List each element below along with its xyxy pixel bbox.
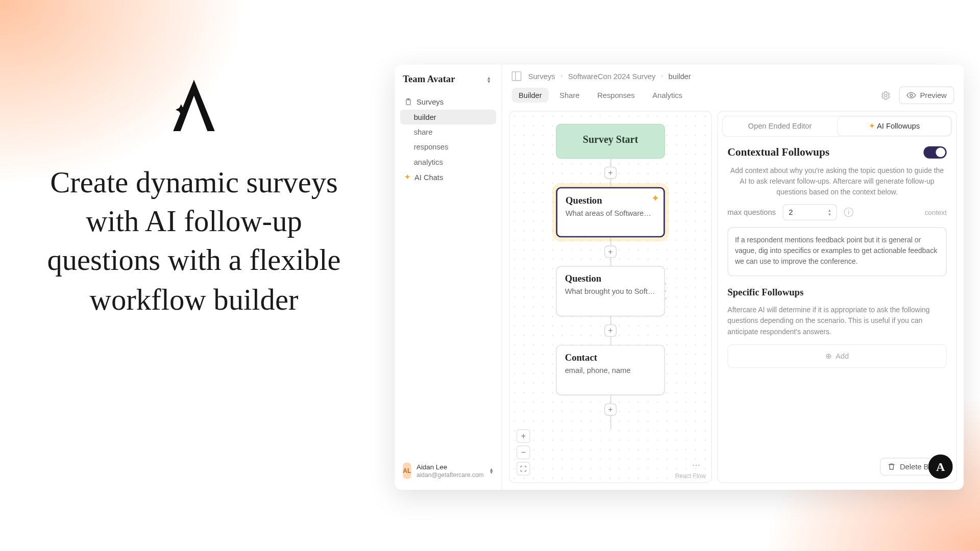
user-email: aidan@getaftercare.com [416, 471, 484, 478]
chevron-updown-icon: ▴▾ [484, 75, 494, 85]
context-textarea[interactable] [727, 228, 946, 277]
svg-point-2 [885, 94, 887, 96]
user-menu[interactable]: AL Aidan Lee aidan@getaftercare.com ▴▾ [400, 459, 496, 483]
tab-analytics[interactable]: Analytics [646, 88, 689, 103]
settings-button[interactable] [877, 86, 895, 104]
sidebar-item-label: builder [414, 113, 436, 121]
sparkle-icon: ✦ [404, 173, 410, 182]
max-questions-stepper[interactable]: 2 ▴▾ [782, 204, 837, 220]
marketing-headline: Create dynamic surveys with AI follow-up… [44, 163, 344, 319]
panel-tab-ai-followups[interactable]: ✦AI Followups [837, 116, 951, 136]
breadcrumb: Surveys › SoftwareCon 2024 Survey › buil… [528, 72, 691, 80]
breadcrumb-item[interactable]: Surveys [528, 72, 555, 80]
chevron-updown-icon: ▴▾ [828, 208, 831, 216]
sidebar-item-builder[interactable]: builder [400, 110, 496, 124]
sidebar-item-label: AI Chats [414, 173, 443, 181]
sidebar-item-label: share [414, 128, 433, 136]
sparkle-icon: ✦ [869, 122, 875, 130]
panel-tab-open-ended[interactable]: Open Ended Editor [723, 116, 837, 136]
node-body: What areas of SoftwareCo… [566, 209, 655, 217]
sidebar-item-surveys[interactable]: Surveys [400, 94, 496, 109]
sidebar-item-analytics[interactable]: analytics [400, 155, 496, 169]
trash-icon [888, 463, 896, 471]
fit-view-button[interactable] [517, 462, 530, 475]
preview-button[interactable]: Preview [899, 86, 954, 104]
section-title: Specific Followups [727, 287, 946, 298]
team-name: Team Avatar [403, 74, 455, 85]
node-title: Survey Start [565, 134, 656, 146]
node-title: Contact [565, 353, 656, 363]
sidebar-item-share[interactable]: share [400, 124, 496, 139]
team-switcher[interactable]: Team Avatar ▴▾ [400, 71, 496, 93]
flow-node-question[interactable]: ✦ Question What areas of SoftwareCo… [556, 187, 665, 238]
flow-node-question[interactable]: Question What brought you to Softw… [556, 266, 665, 316]
add-node-button[interactable]: + [604, 167, 617, 179]
tab-share[interactable]: Share [553, 88, 586, 103]
tab-responses[interactable]: Responses [591, 88, 642, 103]
tab-builder[interactable]: Builder [512, 88, 549, 103]
section-description: Aftercare AI will determine if it is app… [727, 305, 946, 337]
zoom-in-button[interactable]: + [517, 429, 530, 443]
context-label: context [925, 209, 947, 216]
zoom-out-button[interactable]: − [517, 445, 530, 459]
flow-canvas[interactable]: Survey Start + ✦ Question What areas of … [509, 111, 712, 483]
canvas-attribution: React Flow [675, 473, 706, 480]
avatar: AL [403, 463, 411, 479]
chevron-right-icon: › [560, 73, 562, 80]
sidebar-item-ai-chats[interactable]: ✦ AI Chats [400, 169, 496, 185]
user-name: Aidan Lee [416, 463, 484, 471]
section-title: Contextual Followups [727, 146, 829, 159]
add-node-button[interactable]: + [604, 324, 617, 337]
drag-handle-icon[interactable] [664, 283, 668, 299]
section-description: Add context about why you're asking the … [727, 165, 946, 197]
node-title: Question [566, 195, 655, 206]
node-body: email, phone, name [565, 366, 656, 374]
svg-point-3 [910, 94, 913, 96]
breadcrumb-item[interactable]: SoftwareCon 2024 Survey [568, 72, 655, 80]
sidebar: Team Avatar ▴▾ Surveys builder share res… [395, 65, 502, 490]
chevron-right-icon: › [661, 73, 663, 80]
sidebar-item-label: Surveys [416, 98, 444, 106]
minimap [692, 457, 704, 462]
flow-node-start[interactable]: Survey Start [556, 124, 665, 159]
plus-circle-icon: ⊕ [825, 352, 831, 360]
sparkle-icon: ✦ [651, 192, 659, 203]
clipboard-icon [404, 98, 412, 106]
sidebar-item-responses[interactable]: responses [400, 139, 496, 154]
brand-logo [163, 75, 225, 136]
chevron-updown-icon: ▴▾ [489, 466, 493, 475]
flow-node-contact[interactable]: Contact email, phone, name [556, 345, 665, 395]
sidebar-item-label: responses [414, 143, 449, 151]
node-body: What brought you to Softw… [565, 287, 656, 295]
add-node-button[interactable]: + [604, 404, 617, 416]
eye-icon [906, 90, 916, 100]
max-questions-label: max questions [727, 208, 776, 216]
sidebar-item-label: analytics [414, 158, 443, 166]
add-followup-button[interactable]: ⊕ Add [727, 344, 946, 368]
collapse-sidebar-icon[interactable] [512, 71, 522, 81]
add-node-button[interactable]: + [604, 245, 617, 258]
preview-label: Preview [920, 91, 946, 99]
node-title: Question [565, 273, 656, 284]
app-window: Team Avatar ▴▾ Surveys builder share res… [395, 65, 964, 490]
contextual-toggle[interactable] [923, 146, 946, 159]
max-questions-value: 2 [789, 208, 793, 216]
inspector-panel: Open Ended Editor ✦AI Followups Contextu… [717, 111, 957, 483]
brand-fab[interactable]: A [928, 455, 953, 479]
breadcrumb-item: builder [669, 72, 691, 80]
info-icon[interactable]: i [844, 208, 853, 217]
